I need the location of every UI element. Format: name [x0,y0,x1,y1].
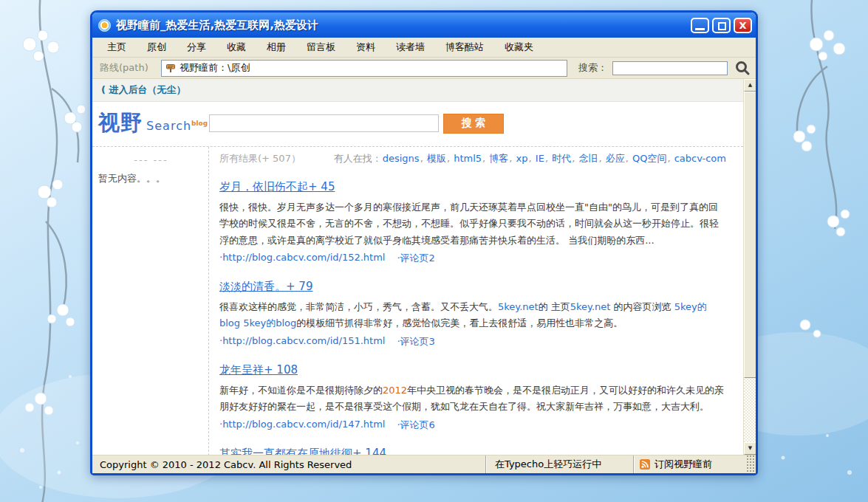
post-meta: ·http://blog.cabcv.com/id/147.html·评论页6 [219,419,727,432]
subscribe-link[interactable]: 订阅视野瞳前 [633,455,745,473]
post-title-link[interactable]: 其实我一直都有在原地徘徊+ 144 [219,447,386,455]
hot-links: designs, 模版, html5, 博客, xp, IE, 时代, 念旧, … [382,153,727,164]
text-segment: 的内容页浏览 [610,301,674,312]
text-segment: 很喜欢这样的感觉，非常简洁，小巧，秀气，含蓄。又不丢大气。 [219,301,498,312]
path-label: 路线(path) [100,61,156,75]
menu-item-6[interactable]: 留言板 [296,41,346,54]
toolbar-search-label: 搜索： [578,61,607,75]
inline-link[interactable]: 5key.net [570,301,611,312]
menu-item-7[interactable]: 资料 [346,41,386,54]
hot-link-9[interactable]: 必应 [606,153,625,164]
scrollbar-up-button[interactable]: ▲ [744,79,756,92]
site-search-button[interactable]: 搜 索 [443,114,504,134]
magnifier-icon [734,60,751,76]
inline-link[interactable]: 5key.net [498,301,539,312]
menu-bar: 主页原创分享收藏相册留言板资料读者墙博客酷站收藏夹 [92,38,756,58]
menu-item-5[interactable]: 相册 [256,41,296,54]
menu-item-10[interactable]: 收藏夹 [494,41,544,54]
content-columns: --- --- 暂无内容。。。 所有结果(+ 507） 有人在找：designs… [92,147,743,455]
page-content: ( 进入后台（无尘） 视野 Searchblog 搜 索 --- --- 暂无内… [92,79,756,455]
site-logo[interactable]: 视野 Searchblog [98,109,209,138]
menu-item-9[interactable]: 博客酷站 [435,41,494,54]
window-title: 视野瞳前_热爱生活,热爱互联网,热爱设计 [116,18,686,32]
menu-item-4[interactable]: 收藏 [216,41,256,54]
scrollbar-thumb[interactable] [744,92,756,378]
restore-button[interactable] [712,18,731,33]
hot-link-4[interactable]: 博客 [489,153,508,164]
post-item-3: 龙年呈祥+ 108新年好，不知道你是不是很期待除夕的2012年中央卫视的春节晚会… [219,362,727,432]
path-input[interactable]: 视野瞳前：\原创 [161,60,567,77]
admin-login-link[interactable]: ( 进入后台（无尘） [101,83,185,97]
hot-searches: 有人在找：designs, 模版, html5, 博客, xp, IE, 时代,… [334,152,727,165]
site-search-input[interactable] [209,114,439,132]
path-bar: 路线(path) 视野瞳前：\原创 搜索： [92,58,756,79]
runtime-text: 在Typecho上轻巧运行中 [485,455,633,473]
content-inner: ( 进入后台（无尘） 视野 Searchblog 搜 索 --- --- 暂无内… [92,79,743,455]
results-header: 所有结果(+ 507） 有人在找：designs, 模版, html5, 博客,… [219,152,727,165]
path-value: 视野瞳前：\原创 [180,61,250,75]
hot-link-6[interactable]: IE [536,153,544,164]
search-header: 视野 Searchblog 搜 索 [92,102,743,147]
post-item-1: 岁月，依旧伤不起+ 45很快，很快。岁月无声多达一个多月的寒假接近尾声，前几天还… [219,179,727,265]
logo-sup-text: blog [191,120,208,127]
text-segment: 新年好，不知道你是不是很期待除夕的 [219,385,383,396]
toolbar-search-button[interactable] [733,58,752,78]
menu-item-3[interactable]: 分享 [177,41,216,54]
window-controls: X [691,18,752,33]
post-title-link[interactable]: 淡淡的清香。+ 79 [219,280,312,294]
minimize-button[interactable] [691,18,709,33]
scrollbar-down-button[interactable]: ▼ [744,442,756,455]
post-comments-link[interactable]: ·评论页2 [397,252,434,265]
menu-item-8[interactable]: 读者墙 [386,41,435,54]
title-bar[interactable]: 视野瞳前_热爱生活,热爱互联网,热爱设计 X [92,13,756,38]
text-segment: 的模板细节抓得非常好，感觉恰似完美，看上去很舒适，易用性也非常之高。 [296,317,623,329]
scrollbar-track[interactable]: ▲ ▼ [743,79,756,455]
hot-link-separator: , [545,153,551,164]
post-item-4: 其实我一直都有在原地徘徊+ 144刚刚发了一条说说，接着心中感触不打一处来，也许… [219,446,727,455]
text-segment: 的 主页 [539,301,570,312]
browser-window: 视野瞳前_热爱生活,热爱互联网,热爱设计 X 主页原创分享收藏相册留言板资料读者… [90,10,758,475]
toolbar-search-input[interactable] [612,61,728,75]
hot-link-11[interactable]: cabcv-com [674,153,726,164]
post-title-link[interactable]: 龙年呈祥+ 108 [219,363,298,377]
logo-cn-text: 视野 [98,110,143,135]
hot-link-10[interactable]: QQ空间 [632,153,666,164]
post-comments-link[interactable]: ·评论页3 [397,335,434,348]
hot-link-2[interactable]: 模版 [427,153,446,164]
close-button[interactable]: X [734,18,752,33]
hot-link-3[interactable]: html5 [454,153,482,164]
post-url-link[interactable]: ·http://blog.cabcv.com/id/151.html [219,335,385,348]
post-excerpt: 很快，很快。岁月无声多达一个多月的寒假接近尾声，前几天还琢莫着早点回校坐一直"自… [219,199,727,249]
post-list: 岁月，依旧伤不起+ 45很快，很快。岁月无声多达一个多月的寒假接近尾声，前几天还… [219,179,727,455]
rss-icon [640,459,650,470]
post-excerpt: 新年好，不知道你是不是很期待除夕的2012年中央卫视的春节晚会，是不是很启动正月… [219,382,727,416]
menu-item-2[interactable]: 原创 [137,41,177,54]
highlight-term: 2012 [383,385,407,396]
inline-link[interactable]: 5key的blog [243,317,296,329]
hot-link-7[interactable]: 时代 [552,153,571,164]
resize-grip[interactable] [745,455,756,473]
results-summary: 所有结果(+ 507） [219,152,301,165]
hot-link-5[interactable]: xp [516,153,528,164]
post-meta: ·http://blog.cabcv.com/id/152.html·评论页2 [219,252,727,265]
post-excerpt: 很喜欢这样的感觉，非常简洁，小巧，秀气，含蓄。又不丢大气。5key.net的 主… [219,299,727,332]
logo-en-text: Search [146,119,191,133]
post-comments-link[interactable]: ·评论页6 [397,419,434,432]
menu-item-1[interactable]: 主页 [97,41,137,54]
hot-link-separator: , [572,153,578,164]
hot-link-separator: , [626,153,632,164]
hot-link-separator: , [509,153,515,164]
post-title-link[interactable]: 岁月，依旧伤不起+ 45 [219,180,335,194]
hot-link-1[interactable]: designs [383,153,420,164]
hot-searches-label: 有人在找： [334,153,382,164]
post-item-2: 淡淡的清香。+ 79很喜欢这样的感觉，非常简洁，小巧，秀气，含蓄。又不丢大气。5… [219,279,727,348]
post-url-link[interactable]: ·http://blog.cabcv.com/id/152.html [219,252,385,265]
hot-link-8[interactable]: 念旧 [578,153,598,164]
hot-link-separator: , [420,153,426,164]
hot-link-separator: , [447,153,453,164]
hot-link-separator: , [667,153,673,164]
hot-link-separator: , [482,153,488,164]
signpost-icon [165,63,176,73]
post-url-link[interactable]: ·http://blog.cabcv.com/id/147.html [219,419,385,432]
sidebar-placeholder-dashes: --- --- [98,154,204,165]
